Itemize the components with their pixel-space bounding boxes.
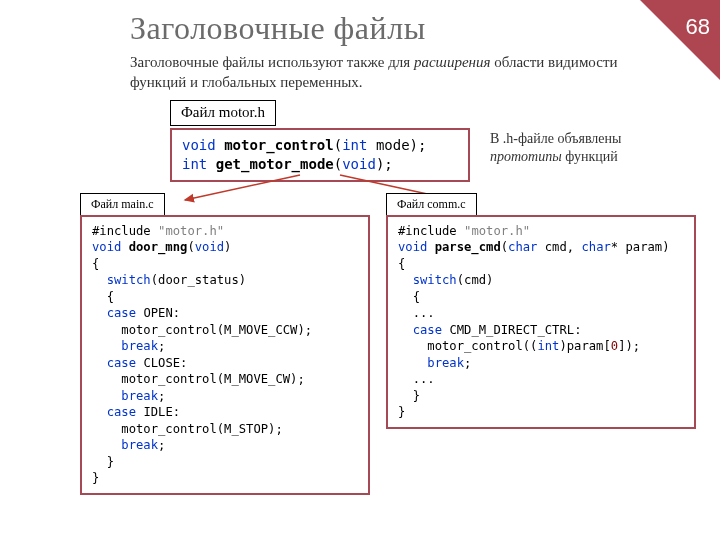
id: CMD_M_DIRECT_CTRL	[449, 323, 574, 337]
c: :	[173, 405, 180, 419]
c	[92, 389, 121, 403]
page-number: 68	[686, 14, 710, 40]
subtitle-emph: расширения	[414, 54, 491, 70]
c: ;	[464, 356, 471, 370]
id: OPEN	[143, 306, 172, 320]
kw: void	[182, 137, 216, 153]
c: * param)	[611, 240, 670, 254]
c	[398, 273, 413, 287]
c: }	[398, 389, 420, 403]
label-main-c: Файл main.c	[80, 193, 165, 217]
kw: break	[121, 339, 158, 353]
c: ...	[398, 306, 435, 320]
c: );	[376, 156, 393, 172]
c: #include	[92, 224, 158, 238]
kw: switch	[107, 273, 151, 287]
id: IDLE	[143, 405, 172, 419]
note-prototypes: В .h-файле объявлены прототипы функций	[490, 130, 690, 166]
code-main-c: #include "motor.h" void door_mng(void) {…	[80, 215, 370, 495]
c: (cmd)	[457, 273, 494, 287]
c: (	[501, 240, 508, 254]
note-t2: функций	[562, 149, 618, 164]
slide-title: Заголовочные файлы	[130, 10, 426, 47]
fn: parse_cmd	[435, 240, 501, 254]
subtitle-text1: Заголовочные файлы используют также для	[130, 54, 414, 70]
fn: get_motor_mode	[216, 156, 334, 172]
c: ;	[158, 389, 165, 403]
c: {	[92, 257, 99, 271]
c: motor_control((	[398, 339, 537, 353]
c: {	[398, 290, 420, 304]
kw: int	[182, 156, 207, 172]
kw: case	[107, 405, 136, 419]
c	[398, 323, 413, 337]
note-em: прототипы	[490, 149, 562, 164]
c	[92, 273, 107, 287]
c	[92, 405, 107, 419]
note-t1: В .h-файле объявлены	[490, 131, 621, 146]
str: "motor.h"	[158, 224, 224, 238]
c: mode);	[367, 137, 426, 153]
c: ;	[158, 339, 165, 353]
c	[92, 438, 121, 452]
c: :	[173, 306, 180, 320]
c: #include	[398, 224, 464, 238]
kw: void	[195, 240, 224, 254]
id: CLOSE	[143, 356, 180, 370]
c	[92, 306, 107, 320]
c: (	[187, 240, 194, 254]
c: (door_status)	[151, 273, 246, 287]
kw: break	[121, 438, 158, 452]
c: motor_control(M_STOP);	[92, 422, 283, 436]
c: {	[92, 290, 114, 304]
kw: int	[342, 137, 367, 153]
c: )	[224, 240, 231, 254]
kw: char	[508, 240, 537, 254]
fn: door_mng	[129, 240, 188, 254]
code-motor-h: void motor_control(int mode); int get_mo…	[170, 128, 470, 182]
str: "motor.h"	[464, 224, 530, 238]
kw: switch	[413, 273, 457, 287]
kw: break	[121, 389, 158, 403]
kw: case	[413, 323, 442, 337]
c: ...	[398, 372, 435, 386]
c: {	[398, 257, 405, 271]
c: ;	[158, 438, 165, 452]
c: }	[398, 405, 405, 419]
c: :	[574, 323, 581, 337]
label-motor-h: Файл motor.h	[170, 100, 276, 126]
c	[92, 356, 107, 370]
c: }	[92, 471, 99, 485]
c	[398, 356, 427, 370]
c: motor_control(M_MOVE_CCW);	[92, 323, 312, 337]
label-comm-c: Файл comm.c	[386, 193, 477, 217]
corner-accent	[640, 0, 720, 80]
c: (	[334, 137, 342, 153]
kw: case	[107, 306, 136, 320]
kw: int	[537, 339, 559, 353]
c: cmd,	[537, 240, 581, 254]
kw: case	[107, 356, 136, 370]
code-comm-c: #include "motor.h" void parse_cmd(char c…	[386, 215, 696, 429]
kw: char	[581, 240, 610, 254]
kw: void	[92, 240, 129, 254]
c: motor_control(M_MOVE_CW);	[92, 372, 305, 386]
kw: void	[342, 156, 376, 172]
c: :	[180, 356, 187, 370]
c	[92, 339, 121, 353]
c: )param[	[559, 339, 610, 353]
kw: break	[427, 356, 464, 370]
kw: void	[398, 240, 435, 254]
c: (	[334, 156, 342, 172]
slide-subtitle: Заголовочные файлы используют также для …	[130, 52, 640, 93]
c: ]);	[618, 339, 640, 353]
c: }	[92, 455, 114, 469]
fn: motor_control	[224, 137, 334, 153]
